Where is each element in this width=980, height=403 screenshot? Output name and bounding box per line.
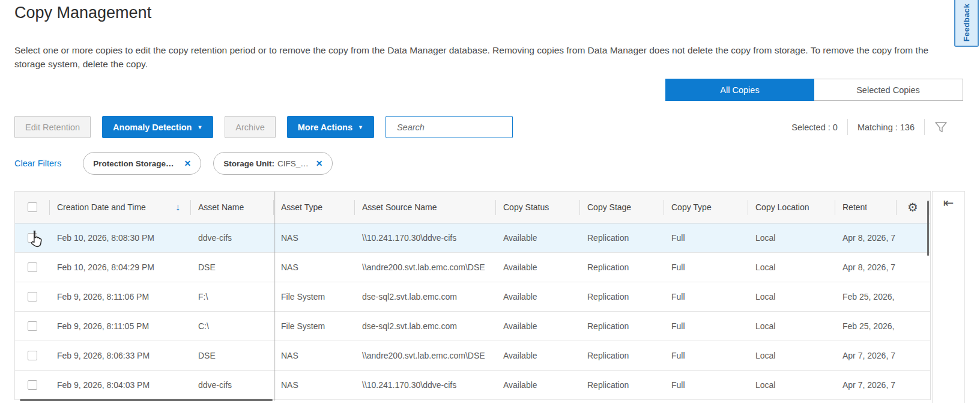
column-header-retention[interactable]: Retention⚙: [835, 192, 930, 223]
column-header-asset_source[interactable]: Asset Source Name: [355, 192, 496, 223]
cell-asset_source: dse-sql2.svt.lab.emc.com: [355, 282, 496, 311]
caret-down-icon: ▼: [197, 124, 202, 130]
cell-asset_name: ddve-cifs: [191, 371, 274, 399]
close-icon[interactable]: ✕: [316, 159, 323, 168]
toolbar-stats: Selected : 0 Matching : 136: [791, 119, 948, 135]
cell-copy_status: Available: [496, 223, 580, 252]
page-description: Select one or more copies to edit the co…: [14, 43, 950, 71]
edit-retention-button[interactable]: Edit Retention: [14, 116, 91, 138]
cell-copy_stage: Replication: [580, 371, 664, 399]
column-header-label: Copy Stage: [587, 202, 631, 212]
table-row[interactable]: Feb 9, 2026, 8:06:33 PMDSENAS\\andre200.…: [15, 341, 930, 371]
funnel-icon: [934, 121, 948, 133]
cell-date: Feb 9, 2026, 8:11:05 PM: [50, 312, 191, 341]
row-select-cell: [15, 341, 50, 370]
filter-chip-storage-unit[interactable]: Storage Unit: CIFS_… ✕: [213, 152, 333, 175]
cell-copy_stage: Replication: [580, 282, 664, 311]
cell-date: Feb 10, 2026, 8:08:30 PM: [50, 223, 191, 252]
chip-value: CIFS_…: [277, 159, 309, 168]
cell-asset_name: C:\: [191, 312, 274, 341]
cell-asset_source: \\andre200.svt.lab.emc.com\DSE: [355, 253, 496, 282]
cell-copy_type: Full: [664, 371, 748, 399]
cell-asset_name: ddve-cifs: [191, 223, 274, 252]
more-actions-button[interactable]: More Actions ▼: [287, 116, 374, 138]
cell-copy_stage: Replication: [580, 223, 664, 252]
table-row[interactable]: Feb 9, 2026, 8:11:05 PMC:\File Systemdse…: [15, 312, 930, 341]
filter-chip-protection-storage[interactable]: Protection Storage… ✕: [83, 152, 201, 175]
view-toggle: All Copies Selected Copies: [665, 79, 963, 101]
cell-retention: Feb 25, 2026,: [835, 282, 930, 311]
cell-asset_type: NAS: [274, 223, 355, 252]
cell-date: Feb 9, 2026, 8:06:33 PM: [50, 341, 191, 370]
row-checkbox[interactable]: [28, 321, 37, 331]
row-select-cell: [15, 312, 50, 341]
column-header-copy_stage[interactable]: Copy Stage: [580, 192, 664, 223]
cell-asset_source: \\andre200.svt.lab.emc.com\DSE: [355, 341, 496, 370]
cell-asset_name: F:\: [191, 282, 274, 311]
cell-date: Feb 9, 2026, 8:04:03 PM: [50, 371, 191, 399]
table-row[interactable]: Feb 9, 2026, 8:11:06 PMF:\File Systemdse…: [15, 282, 930, 312]
cell-copy_status: Available: [496, 253, 580, 282]
anomaly-detection-label: Anomaly Detection: [113, 123, 192, 132]
cell-retention: Apr 8, 2026, 7: [835, 223, 930, 252]
toggle-all-copies[interactable]: All Copies: [665, 79, 814, 101]
row-checkbox[interactable]: [28, 233, 37, 243]
more-actions-label: More Actions: [298, 123, 352, 132]
column-header-copy_location[interactable]: Copy Location: [748, 192, 835, 223]
cell-asset_source: \\10.241.170.30\ddve-cifs: [355, 371, 496, 399]
cell-copy_stage: Replication: [580, 253, 664, 282]
vertical-scrollbar[interactable]: [927, 201, 929, 256]
gear-icon[interactable]: ⚙: [907, 201, 918, 213]
select-all-checkbox[interactable]: [28, 202, 37, 212]
chip-label: Storage Unit:: [223, 159, 274, 168]
clear-filters-link[interactable]: Clear Filters: [14, 159, 61, 168]
column-header-label: Asset Name: [198, 202, 244, 212]
search-input[interactable]: [397, 123, 510, 132]
cell-copy_type: Full: [664, 223, 748, 252]
column-header-copy_type[interactable]: Copy Type: [664, 192, 748, 223]
cell-copy_type: Full: [664, 341, 748, 370]
toolbar: Edit Retention Anomaly Detection ▼ Archi…: [14, 116, 948, 138]
column-header-label: Copy Location: [755, 202, 809, 212]
header-select-all-cell: [15, 192, 50, 223]
column-header-label: Asset Source Name: [362, 202, 437, 212]
cell-asset_type: NAS: [274, 253, 355, 282]
feedback-tab-label: Feedback: [962, 3, 971, 41]
table-row[interactable]: Feb 10, 2026, 8:04:29 PMDSENAS\\andre200…: [15, 253, 930, 282]
page-title: Copy Management: [14, 4, 151, 22]
divider: [924, 119, 925, 135]
row-select-cell: [15, 223, 50, 252]
column-header-copy_status[interactable]: Copy Status: [496, 192, 580, 223]
cell-retention: Feb 25, 2026,: [835, 312, 930, 341]
row-checkbox[interactable]: [28, 292, 37, 301]
cell-asset_name: DSE: [191, 253, 274, 282]
anomaly-detection-button[interactable]: Anomaly Detection ▼: [102, 116, 213, 138]
cell-retention: Apr 8, 2026, 7: [835, 253, 930, 282]
cell-retention: Apr 7, 2026, 7: [835, 341, 930, 370]
toggle-selected-copies[interactable]: Selected Copies: [814, 79, 963, 100]
divider: [896, 200, 897, 215]
column-header-label: Retention: [842, 202, 867, 212]
filter-button[interactable]: [934, 121, 948, 133]
cell-asset_type: NAS: [274, 341, 355, 370]
archive-button[interactable]: Archive: [225, 116, 275, 138]
table-row[interactable]: Feb 10, 2026, 8:08:30 PMddve-cifsNAS\\10…: [15, 223, 930, 253]
cell-copy_status: Available: [496, 371, 580, 399]
table-row[interactable]: Feb 9, 2026, 8:04:03 PMddve-cifsNAS\\10.…: [15, 371, 930, 400]
row-checkbox[interactable]: [28, 380, 37, 390]
column-header-label: Copy Status: [503, 202, 549, 212]
row-checkbox[interactable]: [28, 351, 37, 360]
column-header-asset_name[interactable]: Asset Name: [191, 192, 274, 223]
cell-copy_location: Local: [748, 312, 835, 341]
column-header-date[interactable]: Creation Date and Time↓: [50, 192, 191, 223]
cell-asset_name: DSE: [191, 341, 274, 370]
row-checkbox[interactable]: [28, 262, 37, 272]
expand-panel-icon[interactable]: ⇤: [943, 196, 954, 213]
column-header-asset_type[interactable]: Asset Type: [274, 192, 355, 223]
close-icon[interactable]: ✕: [184, 159, 191, 168]
cell-asset_type: File System: [274, 312, 355, 341]
cell-asset_type: File System: [274, 282, 355, 311]
horizontal-scrollbar[interactable]: [20, 399, 273, 401]
cell-copy_location: Local: [748, 282, 835, 311]
feedback-tab[interactable]: Feedback: [954, 0, 979, 47]
